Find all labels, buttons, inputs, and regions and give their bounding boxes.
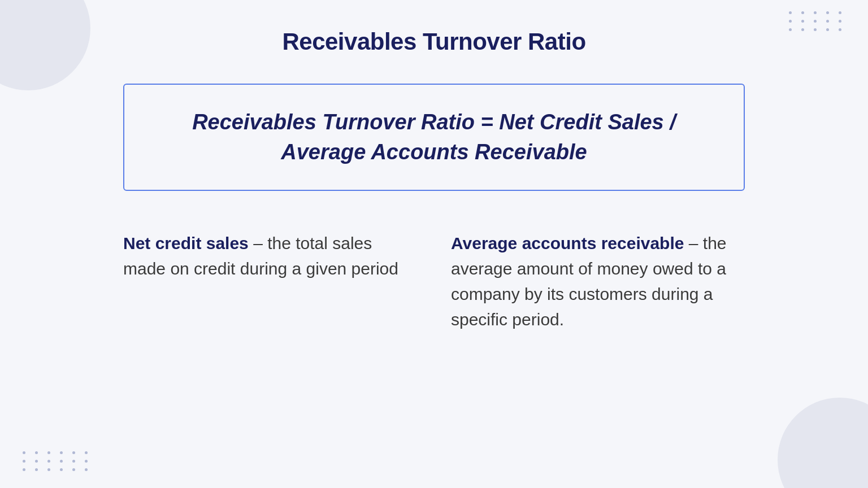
page-title: Receivables Turnover Ratio [282,28,585,55]
net-credit-sales-term: Net credit sales [123,234,249,252]
average-accounts-receivable-text: Average accounts receivable – the averag… [451,230,734,332]
net-credit-sales-text: Net credit sales – the total sales made … [123,230,406,281]
formula-box: Receivables Turnover Ratio = Net Credit … [123,84,745,191]
formula-text: Receivables Turnover Ratio = Net Credit … [158,107,710,167]
definitions-section: Net credit sales – the total sales made … [123,225,745,332]
definition-average-accounts-receivable: Average accounts receivable – the averag… [451,230,734,332]
average-accounts-receivable-term: Average accounts receivable [451,234,684,252]
definition-net-credit-sales: Net credit sales – the total sales made … [123,230,406,332]
main-content: Receivables Turnover Ratio Receivables T… [0,0,868,488]
